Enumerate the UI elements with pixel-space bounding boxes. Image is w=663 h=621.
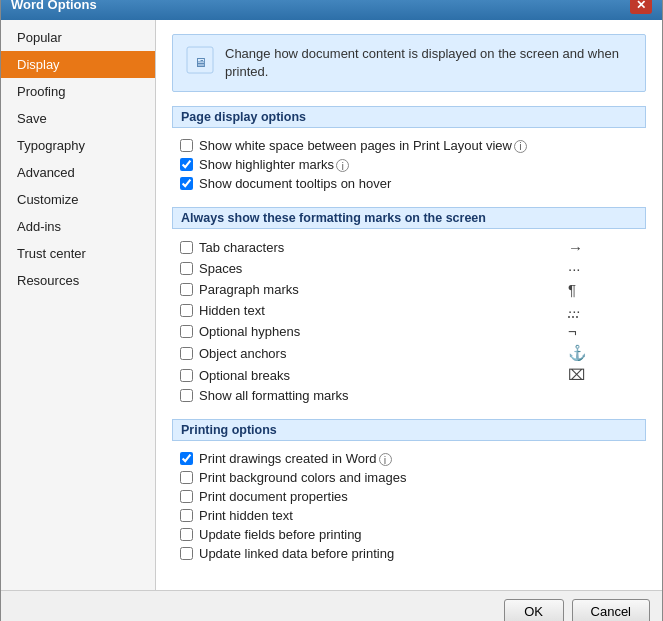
symbol-breaks: ⌧ [558, 366, 638, 384]
word-options-dialog: Word Options ✕ PopularDisplayProofingSav… [0, 0, 663, 621]
close-button[interactable]: ✕ [630, 0, 652, 14]
title-bar: Word Options ✕ [1, 0, 662, 20]
label-print-linked: Update linked data before printing [199, 546, 638, 561]
info-icon: 🖥 [185, 45, 215, 75]
label-print-properties: Print document properties [199, 489, 638, 504]
option-row-print-linked: Update linked data before printing [172, 544, 646, 563]
option-row-print-fields: Update fields before printing [172, 525, 646, 544]
checkbox-showall[interactable] [180, 389, 193, 402]
page-display-options: Show white space between pages in Print … [172, 136, 646, 193]
checkbox-hidden[interactable] [180, 304, 193, 317]
label-print-drawings: Print drawings created in Wordi [199, 451, 638, 466]
formatting-row-paragraph: Paragraph marks¶ [172, 279, 646, 300]
option-row-whitespace: Show white space between pages in Print … [172, 136, 646, 155]
formatting-marks-list: Tab characters→Spaces···Paragraph marks¶… [172, 237, 646, 405]
formatting-row-showall: Show all formatting marks [172, 386, 646, 405]
checkbox-print-hiddentext[interactable] [180, 509, 193, 522]
label-tab: Tab characters [199, 240, 552, 255]
formatting-marks-header: Always show these formatting marks on th… [172, 207, 646, 229]
formatting-marks-section: Always show these formatting marks on th… [172, 207, 646, 405]
label-hyphens: Optional hyphens [199, 324, 552, 339]
sidebar-item-typography[interactable]: Typography [1, 132, 155, 159]
symbol-hidden: ··· [558, 302, 638, 319]
printing-options: Print drawings created in WordiPrint bac… [172, 449, 646, 563]
sidebar-item-save[interactable]: Save [1, 105, 155, 132]
symbol-tab: → [558, 239, 638, 256]
checkbox-breaks[interactable] [180, 369, 193, 382]
option-row-highlighter: Show highlighter marksi [172, 155, 646, 174]
option-row-print-background: Print background colors and images [172, 468, 646, 487]
sidebar-item-advanced[interactable]: Advanced [1, 159, 155, 186]
sidebar-item-popular[interactable]: Popular [1, 24, 155, 51]
checkbox-anchors[interactable] [180, 347, 193, 360]
option-row-tooltips: Show document tooltips on hover [172, 174, 646, 193]
sidebar: PopularDisplayProofingSaveTypographyAdva… [1, 20, 156, 590]
label-hidden: Hidden text [199, 303, 552, 318]
option-row-print-drawings: Print drawings created in Wordi [172, 449, 646, 468]
checkbox-print-background[interactable] [180, 471, 193, 484]
checkbox-tab[interactable] [180, 241, 193, 254]
formatting-row-breaks: Optional breaks⌧ [172, 364, 646, 386]
cancel-button[interactable]: Cancel [572, 599, 650, 622]
checkbox-spaces[interactable] [180, 262, 193, 275]
formatting-row-hyphens: Optional hyphens¬ [172, 321, 646, 342]
main-content: 🖥 Change how document content is display… [156, 20, 662, 590]
label-tooltips: Show document tooltips on hover [199, 176, 638, 191]
sidebar-item-proofing[interactable]: Proofing [1, 78, 155, 105]
checkbox-tooltips[interactable] [180, 177, 193, 190]
label-breaks: Optional breaks [199, 368, 552, 383]
checkbox-print-linked[interactable] [180, 547, 193, 560]
formatting-row-tab: Tab characters→ [172, 237, 646, 258]
symbol-spaces: ··· [558, 260, 638, 277]
info-circle-highlighter[interactable]: i [336, 159, 349, 172]
info-box: 🖥 Change how document content is display… [172, 34, 646, 92]
page-display-header: Page display options [172, 106, 646, 128]
label-spaces: Spaces [199, 261, 552, 276]
info-circle-whitespace[interactable]: i [514, 140, 527, 153]
label-paragraph: Paragraph marks [199, 282, 552, 297]
sidebar-item-customize[interactable]: Customize [1, 186, 155, 213]
info-description: Change how document content is displayed… [225, 45, 633, 81]
dialog-title: Word Options [11, 0, 97, 12]
formatting-row-anchors: Object anchors⚓ [172, 342, 646, 364]
page-display-section: Page display options Show white space be… [172, 106, 646, 193]
checkbox-whitespace[interactable] [180, 139, 193, 152]
label-whitespace: Show white space between pages in Print … [199, 138, 638, 153]
label-print-background: Print background colors and images [199, 470, 638, 485]
ok-button[interactable]: OK [504, 599, 564, 622]
checkbox-print-drawings[interactable] [180, 452, 193, 465]
dialog-body: PopularDisplayProofingSaveTypographyAdva… [1, 20, 662, 590]
formatting-row-hidden: Hidden text··· [172, 300, 646, 321]
sidebar-item-trustcenter[interactable]: Trust center [1, 240, 155, 267]
sidebar-item-display[interactable]: Display [1, 51, 155, 78]
sidebar-item-resources[interactable]: Resources [1, 267, 155, 294]
label-print-fields: Update fields before printing [199, 527, 638, 542]
printing-section: Printing options Print drawings created … [172, 419, 646, 563]
checkbox-highlighter[interactable] [180, 158, 193, 171]
checkbox-hyphens[interactable] [180, 325, 193, 338]
checkbox-print-properties[interactable] [180, 490, 193, 503]
label-highlighter: Show highlighter marksi [199, 157, 638, 172]
label-anchors: Object anchors [199, 346, 552, 361]
info-circle-print-drawings[interactable]: i [379, 453, 392, 466]
svg-text:🖥: 🖥 [194, 55, 207, 70]
sidebar-item-addins[interactable]: Add-ins [1, 213, 155, 240]
checkbox-print-fields[interactable] [180, 528, 193, 541]
formatting-row-spaces: Spaces··· [172, 258, 646, 279]
label-print-hiddentext: Print hidden text [199, 508, 638, 523]
printing-header: Printing options [172, 419, 646, 441]
option-row-print-properties: Print document properties [172, 487, 646, 506]
checkbox-paragraph[interactable] [180, 283, 193, 296]
symbol-hyphens: ¬ [558, 323, 638, 340]
option-row-print-hiddentext: Print hidden text [172, 506, 646, 525]
symbol-anchors: ⚓ [558, 344, 638, 362]
label-showall: Show all formatting marks [199, 388, 552, 403]
dialog-footer: OK Cancel [1, 590, 662, 622]
symbol-paragraph: ¶ [558, 281, 638, 298]
